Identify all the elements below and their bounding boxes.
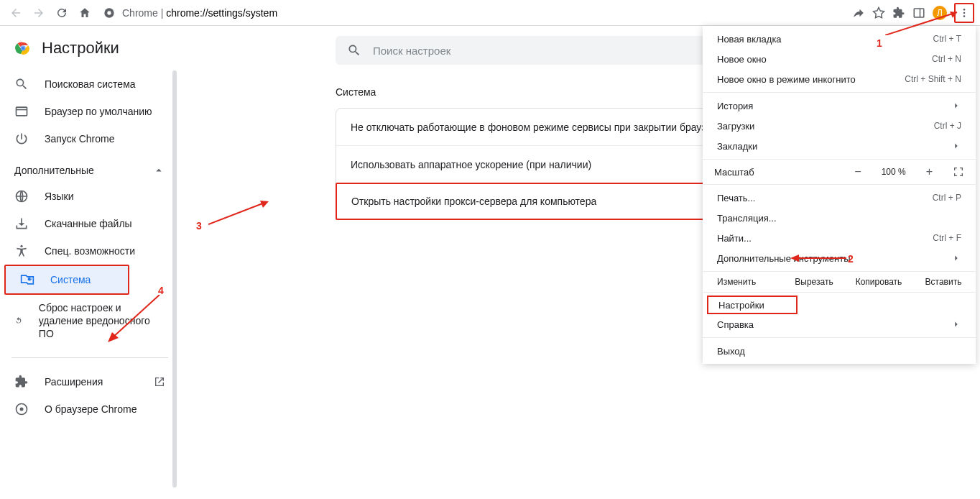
sidebar-advanced-toggle[interactable]: Дополнительные [0,152,180,183]
svg-point-1 [107,11,111,14]
menu-help[interactable]: Справка [703,314,976,334]
fullscreen-icon[interactable] [953,166,964,178]
svg-rect-11 [17,107,27,116]
menu-exit[interactable]: Выход [703,341,976,361]
bookmark-star-icon[interactable] [872,6,885,19]
sidebar-item-label: Браузер по умолчанию [45,106,152,117]
menu-paste[interactable]: Вставить [911,272,976,292]
menu-settings[interactable]: Настройки [707,296,798,314]
menu-new-window[interactable]: Новое окноCtrl + N [703,49,976,69]
sidebar-item-label: О браузере Chrome [45,403,137,415]
sidebar-item-reset[interactable]: Сброс настроек и удаление вредоносного П… [0,295,180,347]
zoom-out-button[interactable]: − [850,165,865,178]
sidebar-item-label: Поисковая система [45,78,136,90]
settings-sidebar: Настройки Поисковая система Браузер по у… [0,26,180,499]
svg-point-14 [20,245,22,247]
sidebar-item-label: Скачанные файлы [45,218,132,229]
sidebar-item-extensions[interactable]: Расширения [0,368,180,395]
sidebar-item-languages[interactable]: Языки [0,183,180,210]
sidebar-scrollbar[interactable] [172,70,177,487]
browser-toolbar: Chrome | chrome://settings/system Л [0,0,980,26]
extensions-icon[interactable] [892,6,905,19]
sidebar-item-downloads[interactable]: Скачанные файлы [0,210,180,237]
zoom-value: 100 % [882,167,906,177]
chrome-logo-icon [14,40,32,57]
chevron-right-icon [951,101,961,111]
omnibox[interactable]: Chrome | chrome://settings/system [103,2,843,24]
home-button[interactable] [75,3,95,23]
sidebar-item-default-browser[interactable]: Браузер по умолчанию [0,98,180,125]
sidebar-item-about[interactable]: О браузере Chrome [0,395,180,423]
panel-icon[interactable] [912,6,925,19]
menu-zoom: Масштаб−100 %+ [703,162,976,181]
menu-more-tools[interactable]: Дополнительные инструменты [703,248,976,268]
sidebar-item-label: Расширения [45,376,103,388]
reload-button[interactable] [52,3,72,23]
menu-edit-row: Изменить Вырезать Копировать Вставить [703,271,976,293]
sidebar-item-system[interactable]: Система [4,265,129,295]
svg-point-6 [963,15,966,17]
menu-history[interactable]: История [703,96,976,116]
svg-point-5 [963,12,966,14]
menu-find[interactable]: Найти...Ctrl + F [703,228,976,248]
menu-new-tab[interactable]: Новая вкладкаCtrl + T [703,29,976,49]
menu-print[interactable]: Печать...Ctrl + P [703,188,976,208]
svg-rect-2 [914,9,924,17]
chevron-right-icon [951,253,961,263]
sidebar-item-accessibility[interactable]: Спец. возможности [0,237,180,265]
menu-cast[interactable]: Трансляция... [703,208,976,228]
menu-downloads[interactable]: ЗагрузкиCtrl + J [703,116,976,136]
menu-cut[interactable]: Вырезать [782,272,846,292]
back-button[interactable] [6,3,26,23]
menu-copy[interactable]: Копировать [846,272,911,292]
search-placeholder: Поиск настроек [373,45,450,57]
chrome-icon [103,7,115,19]
chevron-right-icon [951,141,961,151]
sidebar-item-label: Спец. возможности [45,245,135,257]
chrome-menu-button[interactable] [954,3,974,23]
profile-avatar[interactable]: Л [933,6,947,20]
svg-point-16 [20,407,24,411]
svg-point-10 [22,47,25,50]
share-icon[interactable] [852,6,865,19]
search-icon [347,43,361,58]
menu-bookmarks[interactable]: Закладки [703,136,976,156]
sidebar-item-label: Запуск Chrome [45,133,114,145]
chevron-right-icon [951,319,961,329]
sidebar-item-on-startup[interactable]: Запуск Chrome [0,125,180,152]
sidebar-item-label: Сброс настроек и удаление вредоносного П… [39,301,165,341]
forward-button[interactable] [29,3,49,23]
svg-point-4 [963,9,966,11]
url-text: Chrome | chrome://settings/system [122,7,277,19]
external-link-icon [154,376,165,388]
menu-incognito[interactable]: Новое окно в режиме инкогнитоCtrl + Shif… [703,69,976,89]
sidebar-item-label: Система [50,274,91,285]
sidebar-item-label: Языки [45,191,74,202]
settings-title: Настройки [42,39,119,58]
sidebar-item-search-engine[interactable]: Поисковая система [0,70,180,98]
zoom-in-button[interactable]: + [922,165,937,178]
menu-edit-label: Изменить [703,272,782,292]
chrome-menu: Новая вкладкаCtrl + T Новое окноCtrl + N… [703,26,976,364]
